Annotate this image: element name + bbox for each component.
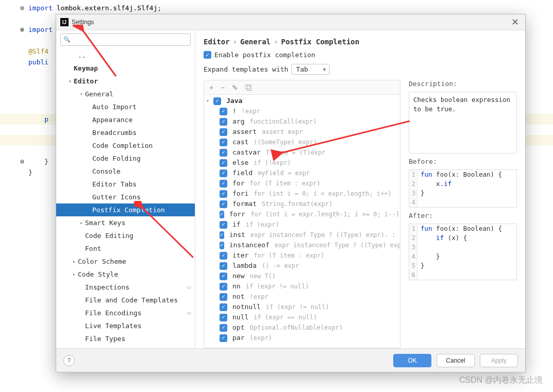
after-code: 1fun foo(x: Boolean) {2 if (x) {34 }5}6 xyxy=(409,224,517,280)
edit-icon[interactable]: ✎ xyxy=(232,83,238,92)
tree-item[interactable]: Breadcrumbs xyxy=(56,126,195,139)
main-panel: Editor›General›Postfix Completion Enable… xyxy=(195,30,525,348)
tree-item[interactable]: Gutter Icons xyxy=(56,191,195,203)
item-checkbox[interactable] xyxy=(220,242,224,249)
item-checkbox[interactable] xyxy=(220,200,227,208)
item-checkbox[interactable] xyxy=(220,139,227,146)
item-checkbox[interactable] xyxy=(220,272,227,280)
description-box: Checks boolean expression to be true. xyxy=(409,92,517,154)
tree-item[interactable]: .. xyxy=(56,49,195,62)
postfix-list[interactable]: ▾Java!!exprargfunctionCall(expr)assertas… xyxy=(204,95,400,348)
item-checkbox[interactable] xyxy=(220,159,227,167)
enable-checkbox[interactable] xyxy=(204,51,211,59)
postfix-group[interactable]: ▾Java xyxy=(204,96,400,106)
postfix-item[interactable]: ifif (expr) xyxy=(204,219,400,230)
postfix-item[interactable]: argfunctionCall(expr) xyxy=(204,116,400,127)
before-label: Before: xyxy=(409,158,517,165)
tree-item[interactable]: Code Editing xyxy=(56,229,195,242)
item-checkbox[interactable] xyxy=(220,190,227,198)
breadcrumb: Editor›General›Postfix Completion xyxy=(204,38,517,46)
item-checkbox[interactable] xyxy=(220,283,227,291)
item-checkbox[interactable] xyxy=(220,149,227,157)
postfix-item[interactable]: forfor (T item : expr) xyxy=(204,178,400,189)
item-checkbox[interactable] xyxy=(220,324,227,332)
item-checkbox[interactable] xyxy=(220,108,227,115)
list-toolbar: + − ✎ ⿻ xyxy=(204,80,400,95)
item-checkbox[interactable] xyxy=(220,118,227,126)
tree-item[interactable]: File Types xyxy=(56,332,195,345)
tree-item[interactable]: File Encodings▭ xyxy=(56,306,195,319)
close-icon[interactable]: ✕ xyxy=(509,16,521,28)
dialog-title: Settings xyxy=(72,19,94,26)
postfix-list-pane: + − ✎ ⿻ ▾Java!!exprargfunctionCall(expr)… xyxy=(204,80,400,348)
postfix-item[interactable]: nullif (expr == null) xyxy=(204,312,400,322)
search-input[interactable] xyxy=(60,33,191,46)
titlebar: IJ Settings ✕ xyxy=(56,14,525,30)
tree-item[interactable]: Console xyxy=(56,165,195,178)
postfix-item[interactable]: lambda() -> expr xyxy=(204,261,400,271)
tree-item[interactable]: Code Completion xyxy=(56,139,195,152)
description-label: Description: xyxy=(409,80,517,88)
postfix-item[interactable]: optOptional.ofNullable(expr) xyxy=(204,322,400,333)
ok-button[interactable]: OK xyxy=(393,354,431,367)
postfix-item[interactable]: instexpr instanceof Type ? ((Type) expr)… xyxy=(204,230,400,240)
tree-item[interactable]: Postfix Completion xyxy=(56,203,195,216)
apply-button[interactable]: Apply xyxy=(480,354,518,367)
tree-item[interactable]: Font xyxy=(56,242,195,255)
dialog-buttons: ? OK Cancel Apply xyxy=(56,348,525,372)
postfix-item[interactable]: forrfor (int i = expr.length-1; i >= 0; … xyxy=(204,209,400,219)
postfix-item[interactable]: assertassert expr xyxy=(204,127,400,137)
after-label: After: xyxy=(409,212,517,219)
tree-item[interactable]: ▾General xyxy=(56,88,195,100)
item-checkbox[interactable] xyxy=(220,252,227,260)
postfix-item[interactable]: newnew T() xyxy=(204,271,400,281)
item-checkbox[interactable] xyxy=(220,334,227,342)
app-logo-icon: IJ xyxy=(60,18,69,26)
item-checkbox[interactable] xyxy=(220,314,227,321)
postfix-item[interactable]: not!expr xyxy=(204,292,400,302)
item-checkbox[interactable] xyxy=(220,169,227,177)
postfix-item[interactable]: castvarT name = (T)expr xyxy=(204,147,400,158)
search-icon: 🔍 xyxy=(63,36,71,43)
postfix-item[interactable]: !!expr xyxy=(204,106,400,116)
watermark: CSDN @内卷永无止境 xyxy=(459,375,543,386)
postfix-item[interactable]: notnullif (expr != null) xyxy=(204,302,400,312)
tree-item[interactable]: Editor Tabs xyxy=(56,178,195,191)
tree-item[interactable]: ▸Smart Keys xyxy=(56,216,195,229)
tree-item[interactable]: File and Code Templates xyxy=(56,294,195,306)
add-icon[interactable]: + xyxy=(209,83,213,92)
postfix-item[interactable]: iterfor (T item : expr) xyxy=(204,250,400,261)
postfix-item[interactable]: nnif (expr != null) xyxy=(204,281,400,292)
tree-item[interactable]: ▸Color Scheme xyxy=(56,255,195,268)
tree-item[interactable]: Auto Import xyxy=(56,100,195,113)
tree-item[interactable]: Code Folding xyxy=(56,152,195,165)
postfix-item[interactable]: fieldmyField = expr xyxy=(204,168,400,178)
cancel-button[interactable]: Cancel xyxy=(437,354,475,367)
postfix-item[interactable]: instanceofexpr instanceof Type ? ((Type)… xyxy=(204,240,400,250)
tree-item[interactable]: Inspections▭ xyxy=(56,281,195,294)
duplicate-icon[interactable]: ⿻ xyxy=(245,83,253,92)
tree-item[interactable]: ▾Editor xyxy=(56,75,195,88)
item-checkbox[interactable] xyxy=(220,231,224,239)
item-checkbox[interactable] xyxy=(220,293,227,301)
postfix-item[interactable]: formatString.format(expr) xyxy=(204,199,400,209)
postfix-item[interactable]: elseif (!expr) xyxy=(204,158,400,168)
group-checkbox[interactable] xyxy=(213,97,221,105)
postfix-item[interactable]: forifor (int i = 0; i < expr.length; i++… xyxy=(204,189,400,199)
postfix-item[interactable]: par(expr) xyxy=(204,333,400,343)
item-checkbox[interactable] xyxy=(220,211,224,218)
item-checkbox[interactable] xyxy=(220,180,227,188)
tree-item[interactable]: Appearance xyxy=(56,113,195,126)
settings-tree[interactable]: ..Keymap▾Editor▾GeneralAuto ImportAppear… xyxy=(56,49,195,348)
tree-item[interactable]: Live Templates xyxy=(56,319,195,332)
expand-select[interactable]: Tab xyxy=(291,64,330,75)
item-checkbox[interactable] xyxy=(220,262,227,270)
item-checkbox[interactable] xyxy=(220,221,227,229)
help-button[interactable]: ? xyxy=(63,355,75,366)
postfix-item[interactable]: cast((SomeType) expr) xyxy=(204,137,400,147)
remove-icon[interactable]: − xyxy=(221,83,225,92)
item-checkbox[interactable] xyxy=(220,128,227,136)
tree-item[interactable]: ▸Code Style xyxy=(56,268,195,281)
item-checkbox[interactable] xyxy=(220,303,227,311)
tree-item[interactable]: Keymap xyxy=(56,62,195,75)
